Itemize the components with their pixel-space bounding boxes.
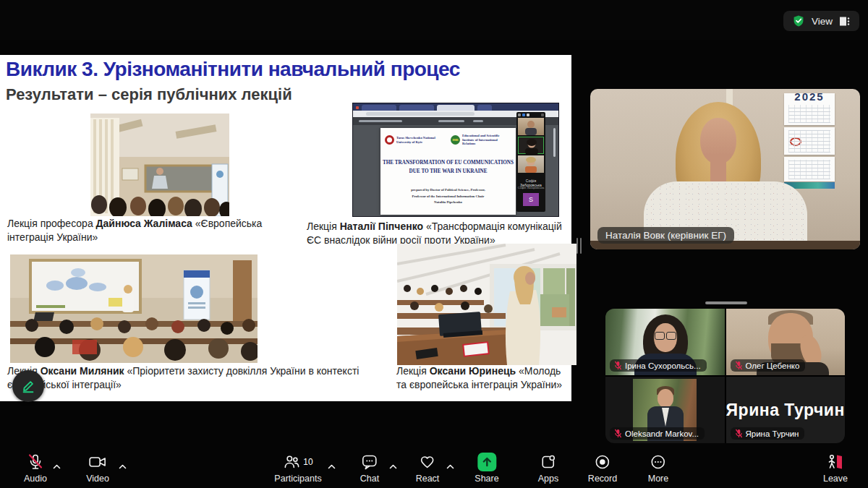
- participant-name-label: Олег Цебенко: [731, 359, 806, 372]
- apps-icon: [540, 453, 557, 471]
- caption-zhalimas: Лекція професора Дайнюса Жалімаса «Європ…: [7, 217, 293, 244]
- caption-yurynets: Лекція Оксани Юринець «Молодь та європей…: [396, 364, 573, 392]
- institute-logo-text: Educational and Scientific Institute of …: [462, 134, 511, 146]
- muted-mic-icon: [735, 361, 743, 370]
- gallery-view-icon: [839, 16, 851, 27]
- chat-options-chevron[interactable]: [389, 459, 397, 472]
- participant-name-label: Ірина Сухорольсь...: [610, 359, 707, 372]
- more-button[interactable]: More: [648, 453, 668, 484]
- gallery-drag-handle[interactable]: [705, 301, 747, 304]
- chat-icon: [361, 453, 378, 471]
- participant-tile-tsebenko[interactable]: Олег Цебенко: [726, 309, 846, 375]
- pdf-slide-page: Taras Shevchenko National University of …: [380, 128, 516, 215]
- photo-online-lecture-screenshot: Taras Shevchenko National University of …: [352, 103, 559, 217]
- pdf-scrollbar: [553, 128, 556, 157]
- photo-lecture-mylianyk: [10, 254, 258, 363]
- muted-mic-icon: [27, 453, 44, 471]
- photo-lecture-yurynets: [397, 244, 576, 365]
- slide-subtitle: Результати – серія публічних лекцій: [6, 85, 292, 104]
- participants-gallery: Ірина Сухорольсь... Олег Цебенко: [605, 309, 845, 443]
- record-icon: [594, 453, 611, 471]
- embedded-thumb-1: [518, 118, 544, 135]
- pdf-slide-title: THE TRANSFORMATION OF EU COMMUNICATIONS …: [380, 158, 516, 176]
- apps-button[interactable]: Apps: [538, 453, 559, 484]
- participants-icon: [283, 453, 300, 471]
- annotate-button[interactable]: [12, 370, 44, 402]
- participant-tile-markov[interactable]: Oleksandr Markov...: [605, 377, 725, 443]
- participant-tile-sukhorolska[interactable]: Ірина Сухорольсь...: [605, 309, 725, 375]
- browser-tab-bar: [353, 103, 558, 111]
- muted-mic-icon: [614, 361, 622, 370]
- more-icon: [650, 453, 667, 471]
- panel-resize-handle[interactable]: [576, 238, 582, 254]
- participant-display-name: Ярина Турчин: [726, 401, 845, 420]
- leave-door-icon: [826, 453, 845, 471]
- caption-mylianyk: Лекція Оксани Миляник «Пріоритети захист…: [7, 364, 392, 392]
- university-logo-text: Taras Shevchenko National University of …: [396, 136, 446, 144]
- pencil-icon: [20, 378, 36, 394]
- view-button-label: View: [812, 16, 833, 27]
- embedded-participant-tag: Софія Заборовська: [516, 186, 545, 189]
- share-button[interactable]: Share: [475, 453, 498, 484]
- participant-name-label: Ярина Турчин: [731, 427, 805, 440]
- pdf-slide-author: prepared by Doctor of Political Science,…: [380, 187, 516, 206]
- zoom-meeting-window: View Виклик 3. Урізноманітнити навчальни…: [0, 0, 868, 488]
- participants-button[interactable]: 10 Participants: [274, 453, 321, 484]
- participants-options-chevron[interactable]: [328, 459, 336, 472]
- photo-lecture-zhalimas: [90, 114, 229, 216]
- shared-screen-slide: Виклик 3. Урізноманітнити навчальний про…: [0, 55, 571, 401]
- wall-calendar: 2025: [784, 93, 835, 181]
- share-screen-icon: [477, 453, 496, 471]
- muted-mic-icon: [614, 429, 622, 438]
- speaker-name-label: Наталія Вовк (керівник ЕГ): [597, 227, 734, 244]
- embedded-avatar-s: S: [523, 193, 539, 206]
- chat-button[interactable]: Chat: [360, 453, 379, 484]
- muted-mic-icon: [735, 429, 743, 438]
- heart-icon: [419, 453, 436, 471]
- embedded-thumb-3: [518, 155, 544, 173]
- participants-count: 10: [303, 457, 312, 467]
- university-logo: [385, 135, 394, 145]
- video-options-chevron[interactable]: [119, 459, 127, 472]
- encryption-shield-icon: [792, 14, 805, 27]
- video-button[interactable]: Video: [86, 453, 109, 484]
- react-options-chevron[interactable]: [446, 459, 454, 472]
- meeting-toolbar: Audio Video: [0, 448, 868, 488]
- embedded-participants-strip: Софія Заборовська Софія Заборовська S: [516, 112, 545, 212]
- view-button[interactable]: View: [783, 11, 859, 31]
- participant-tile-turchyn[interactable]: Ярина Турчин Ярина Турчин: [726, 377, 846, 443]
- record-button[interactable]: Record: [588, 453, 617, 484]
- leave-button[interactable]: Leave: [823, 453, 848, 484]
- participant-name-label: Oleksandr Markov...: [610, 427, 705, 440]
- react-button[interactable]: React: [416, 453, 440, 484]
- main-speaker-video[interactable]: 2025 Наталія Вовк (керівник ЕГ): [590, 89, 860, 249]
- audio-button[interactable]: Audio: [24, 453, 47, 484]
- institute-logo: IMB: [451, 135, 460, 145]
- camera-icon: [88, 453, 107, 471]
- embedded-thumb-2: [518, 137, 544, 154]
- audio-options-chevron[interactable]: [53, 459, 61, 472]
- slide-title: Виклик 3. Урізноманітнити навчальний про…: [6, 58, 460, 81]
- calendar-year: 2025: [784, 93, 835, 103]
- top-bar: View: [0, 0, 868, 40]
